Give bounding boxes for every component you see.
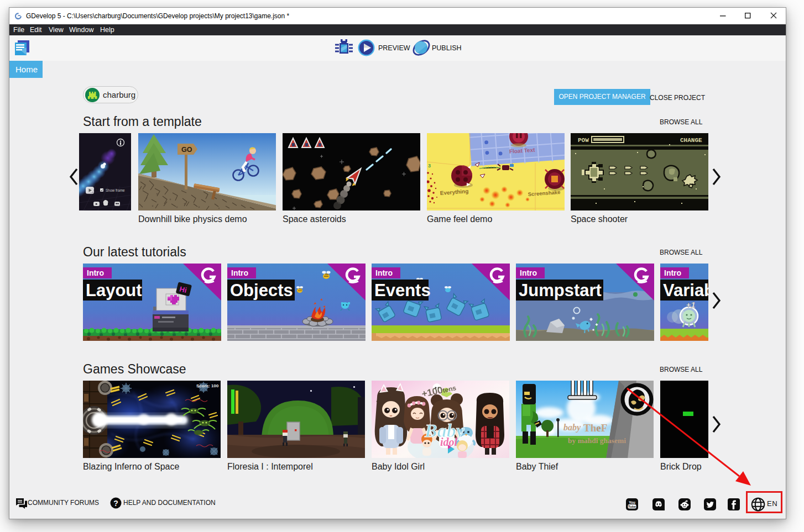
svg-text:?: ? (113, 499, 118, 508)
svg-text:You: You (629, 501, 635, 504)
svg-text:Tube: Tube (628, 505, 636, 508)
